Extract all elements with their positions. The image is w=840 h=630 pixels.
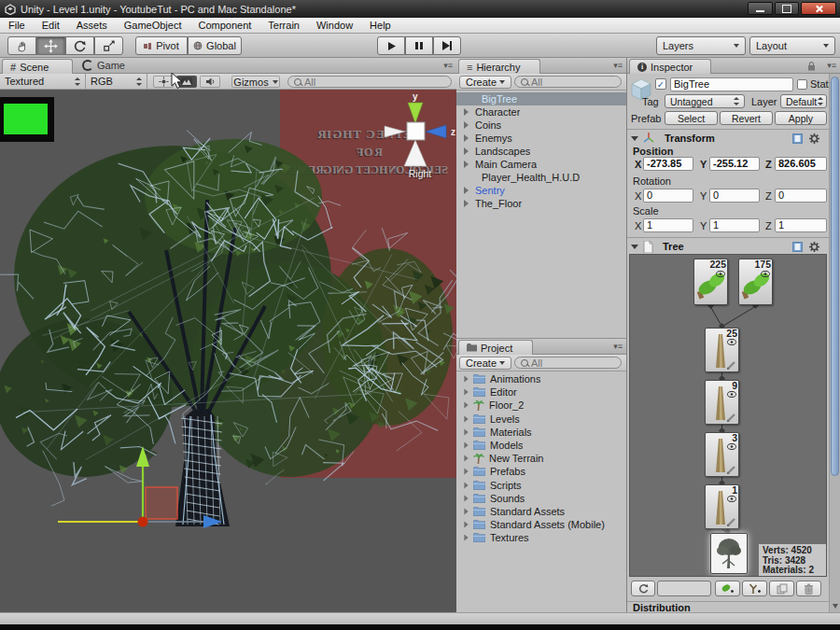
visibility-eye-icon[interactable] <box>727 339 736 345</box>
menu-window[interactable]: Window <box>308 20 361 31</box>
color-mode-dropdown[interactable]: RGB <box>86 74 147 89</box>
gizmo-origin[interactable] <box>138 517 148 527</box>
project-item[interactable]: New Terrain <box>456 452 626 465</box>
scroll-down-arrow-icon[interactable] <box>833 604 838 609</box>
tab-scene[interactable]: # Scene <box>2 59 73 74</box>
project-item[interactable]: Floor_2 <box>456 399 626 412</box>
position-z-field[interactable]: 826.605 <box>775 157 827 171</box>
project-search-input[interactable] <box>531 357 615 369</box>
minimize-button[interactable] <box>748 2 773 15</box>
tab-project[interactable]: Project <box>458 340 533 355</box>
expand-arrow-icon[interactable] <box>464 495 468 501</box>
scene-search-field[interactable] <box>287 76 452 88</box>
scale-tool-button[interactable] <box>94 36 123 55</box>
hierarchy-item-main-camera[interactable]: Main Camera <box>456 158 626 171</box>
expand-arrow-icon[interactable] <box>464 161 469 168</box>
y-axis-arrowhead[interactable] <box>136 446 149 467</box>
scale-z-field[interactable]: 1 <box>775 218 827 232</box>
panel-menu-icon[interactable]: ▾≡ <box>443 61 453 70</box>
expand-arrow-icon[interactable] <box>464 469 468 475</box>
project-item[interactable]: Standard Assets <box>456 505 626 518</box>
layout-dropdown[interactable]: Layout <box>749 36 835 55</box>
prefab-apply-button[interactable]: Apply <box>775 111 827 125</box>
gear-icon[interactable] <box>809 242 819 252</box>
project-search-field[interactable] <box>514 357 622 369</box>
step-button[interactable] <box>433 36 461 55</box>
expand-arrow-icon[interactable] <box>464 455 468 462</box>
gizmo-cube[interactable] <box>407 122 425 140</box>
prefab-select-button[interactable]: Select <box>665 111 718 125</box>
help-book-icon[interactable] <box>792 242 803 252</box>
tree-root-node[interactable] <box>710 533 748 574</box>
project-item[interactable]: Sounds <box>456 492 626 505</box>
object-name-field[interactable]: BigTree <box>670 77 793 91</box>
play-button[interactable] <box>377 36 405 55</box>
project-item[interactable]: Textures <box>456 531 626 544</box>
tree-leaf-node-2[interactable]: 175 <box>738 259 773 305</box>
project-item[interactable]: Standard Assets (Mobile) <box>456 518 626 531</box>
project-item[interactable]: Scripts <box>456 479 626 492</box>
hierarchy-search-field[interactable] <box>514 76 622 88</box>
tab-hierarchy[interactable]: ≡ Hierarchy <box>458 59 540 74</box>
plane-handle[interactable] <box>146 487 177 519</box>
hierarchy-item-sentry[interactable]: Sentry <box>456 184 626 197</box>
orientation-gizmo[interactable]: y z <box>373 91 456 177</box>
inspector-scrollbar[interactable] <box>829 74 840 612</box>
duplicate-node-button[interactable] <box>769 581 794 596</box>
project-item[interactable]: Prefabs <box>456 465 626 478</box>
foldout-arrow-icon[interactable] <box>631 245 638 249</box>
visibility-eye-icon[interactable] <box>716 271 725 277</box>
maximize-button[interactable] <box>775 2 799 15</box>
rotation-z-field[interactable]: 0 <box>775 189 827 203</box>
edit-pencil-icon[interactable] <box>726 464 737 475</box>
visibility-eye-icon[interactable] <box>727 443 736 450</box>
move-gizmo[interactable] <box>47 439 233 546</box>
hierarchy-item-coins[interactable]: Coins <box>456 119 626 132</box>
visibility-eye-icon[interactable] <box>761 271 770 277</box>
menu-gameobject[interactable]: GameObject <box>116 20 190 31</box>
scene-viewport[interactable]: RIGHT CENTER FOR EMERGING TECHNOLOGIES <box>0 90 456 612</box>
layer-dropdown[interactable]: Default <box>780 94 827 108</box>
z-axis-arrowhead[interactable] <box>203 515 222 528</box>
tree-branch-node-4[interactable]: 1 <box>705 484 739 529</box>
project-create-button[interactable]: Create <box>459 357 511 370</box>
active-checkbox[interactable]: ✓ <box>655 78 666 90</box>
render-mode-dropdown[interactable]: Textured <box>0 74 86 89</box>
expand-arrow-icon[interactable] <box>464 535 468 541</box>
project-item[interactable]: Animations <box>456 372 626 385</box>
menu-help[interactable]: Help <box>361 20 399 31</box>
hierarchy-search-input[interactable] <box>531 77 615 88</box>
expand-arrow-icon[interactable] <box>464 121 469 129</box>
expand-arrow-icon[interactable] <box>464 147 469 155</box>
expand-arrow-icon[interactable] <box>464 389 468 396</box>
visibility-eye-icon[interactable] <box>727 496 736 502</box>
expand-arrow-icon[interactable] <box>464 509 468 515</box>
y-axis-cone[interactable] <box>408 103 423 123</box>
refresh-button[interactable] <box>631 581 655 596</box>
scene-search-input[interactable] <box>304 77 445 88</box>
rotation-y-field[interactable]: 0 <box>709 189 760 203</box>
expand-arrow-icon[interactable] <box>464 522 468 528</box>
hierarchy-item-bigtree[interactable]: BigTree <box>456 92 626 105</box>
project-item[interactable]: Editor <box>456 385 626 399</box>
project-item[interactable]: Models <box>456 439 626 452</box>
project-item[interactable]: Levels <box>456 413 626 426</box>
hierarchy-item-character[interactable]: Character <box>456 105 626 119</box>
menu-component[interactable]: Component <box>189 20 259 31</box>
tree-node-graph[interactable]: 225 175 25 9 <box>629 254 827 577</box>
expand-arrow-icon[interactable] <box>464 187 469 194</box>
expand-arrow-icon[interactable] <box>464 200 469 207</box>
edit-pencil-icon[interactable] <box>726 359 737 371</box>
hierarchy-item-player-health-hud[interactable]: Player_Health_H.U.D <box>456 171 626 184</box>
add-leaf-button[interactable] <box>715 581 740 596</box>
static-checkbox[interactable] <box>797 79 807 90</box>
add-branch-button[interactable] <box>742 581 767 596</box>
panel-menu-icon[interactable]: ▾≡ <box>613 342 623 351</box>
tab-inspector[interactable]: i Inspector <box>629 59 711 74</box>
hierarchy-create-button[interactable]: Create <box>459 76 511 89</box>
panel-menu-icon[interactable]: ▾≡ <box>613 61 623 70</box>
lock-icon[interactable] <box>807 62 816 71</box>
project-item[interactable]: Materials <box>456 426 626 439</box>
edit-pencil-icon[interactable] <box>726 412 737 423</box>
global-toggle-button[interactable]: Global <box>188 36 242 55</box>
